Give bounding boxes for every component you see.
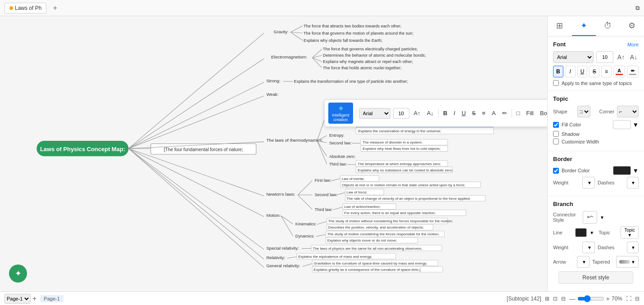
- font-more[interactable]: More: [627, 42, 639, 47]
- svg-text:Kinematics:: Kinematics:: [295, 222, 317, 226]
- add-page-btn[interactable]: +: [32, 295, 36, 303]
- window-controls: ⧉: [635, 4, 639, 12]
- svg-text:Third law:: Third law:: [315, 207, 332, 212]
- svg-text:The force that governs the mot: The force that governs the motion of pla…: [304, 31, 413, 36]
- customize-width-label: Customize Width: [562, 139, 599, 144]
- svg-text:The force that holds atomic nu: The force that holds atomic nuclei toget…: [323, 66, 402, 70]
- font-shrink-btn[interactable]: A↓: [425, 109, 435, 117]
- branch-line-dropdown[interactable]: ▼: [590, 230, 594, 235]
- apply-same-row: Apply to the same type of topics: [553, 80, 639, 86]
- underline-format-btn[interactable]: U: [577, 66, 588, 77]
- border-color-value[interactable]: [613, 166, 631, 175]
- dashes-label: Dashes: [598, 180, 624, 185]
- fill-color-dropdown[interactable]: ▼: [633, 121, 639, 128]
- svg-text:Dynamics:: Dynamics:: [295, 234, 315, 238]
- fill-color-swatch[interactable]: ✏: [627, 66, 639, 77]
- reset-style-btn[interactable]: Reset style: [558, 271, 633, 284]
- fullscreen-btn[interactable]: ⛶: [626, 296, 631, 302]
- svg-line-68: [333, 207, 343, 210]
- customize-width-checkbox[interactable]: [553, 139, 559, 144]
- align-format-btn[interactable]: ≡: [601, 66, 612, 77]
- arrow-swatch[interactable]: ▼: [577, 256, 590, 268]
- align-btn[interactable]: ≡: [480, 109, 487, 117]
- font-size-input[interactable]: [393, 108, 409, 119]
- italic-btn[interactable]: I: [452, 109, 457, 117]
- panel-font-select[interactable]: Arial: [553, 51, 594, 63]
- ai-creation-button[interactable]: ✦ Intelligent creation: [328, 103, 353, 124]
- float-toolbar: ✦ Intelligent creation Arial A↑ A↓ B I U…: [324, 99, 547, 127]
- dashes-swatch[interactable]: ▼: [627, 177, 639, 188]
- connector-style-dropdown[interactable]: ▼: [600, 215, 604, 220]
- apply-same-label: Apply to the same type of topics: [562, 81, 632, 86]
- shape-btn[interactable]: □: [515, 109, 522, 117]
- svg-line-99: [128, 148, 264, 267]
- fill-color-checkbox[interactable]: [553, 122, 559, 128]
- zoom-control: — + 70%: [569, 295, 622, 302]
- panel-font-shrink[interactable]: A↓: [629, 52, 639, 62]
- shape-select[interactable]: □ ○: [577, 106, 590, 117]
- panel-clock-btn[interactable]: ⏱: [596, 16, 620, 36]
- connector-style-btn[interactable]: ⬿: [583, 211, 597, 224]
- branch-weight-swatch[interactable]: ▼: [582, 242, 595, 253]
- fill-btn[interactable]: Fill: [524, 109, 535, 117]
- panel-toggle-btn[interactable]: ⊟: [635, 296, 639, 302]
- font-color-swatch[interactable]: A: [613, 66, 625, 77]
- gravity-label: Gravity:: [273, 29, 288, 34]
- toolbar-separator: [356, 109, 356, 118]
- panel-icon-row: ⊞ ✦ ⏱ ⚙: [548, 16, 644, 36]
- svg-text:Explains why magnets attract o: Explains why magnets attract or repel ea…: [323, 59, 413, 64]
- svg-line-52: [298, 180, 312, 195]
- fill-color-row: Fill Color ▼: [553, 120, 639, 129]
- border-color-dropdown[interactable]: ▼: [633, 167, 639, 174]
- panel-gear-btn[interactable]: ⚙: [620, 16, 644, 36]
- branch-weight-label: Weight: [553, 245, 580, 250]
- apply-same-checkbox[interactable]: [553, 80, 559, 86]
- branch-dashes-swatch[interactable]: ▼: [627, 242, 639, 253]
- fill-color-value[interactable]: [613, 120, 631, 129]
- arrow-row: Arrow ▼ Tapered ▼: [553, 256, 639, 268]
- add-tab-button[interactable]: +: [50, 3, 60, 13]
- bold-format-btn[interactable]: B: [553, 66, 563, 77]
- branch-topic-dropdown[interactable]: Topic ▼: [621, 226, 639, 239]
- svg-text:Weak:: Weak:: [266, 92, 278, 97]
- strike-format-btn[interactable]: S: [589, 66, 599, 77]
- svg-line-14: [128, 82, 264, 148]
- font-grow-btn[interactable]: A↑: [412, 109, 422, 117]
- border-section: Border Border Color ▼ Weight ▼ Dashes: [548, 151, 644, 196]
- underline-btn[interactable]: U: [460, 109, 467, 117]
- corner-select[interactable]: ⌐ ⌐: [617, 106, 639, 117]
- topic-title: Topic: [553, 95, 639, 102]
- branch-line-color[interactable]: [575, 228, 587, 237]
- border-btn[interactable]: Border: [538, 109, 547, 117]
- zoom-slider[interactable]: [577, 295, 604, 302]
- font-color-btn[interactable]: A: [490, 109, 498, 117]
- page-dropdown[interactable]: Page-1: [5, 294, 31, 304]
- canvas-area[interactable]: Laws of Physics Concept Map: [The four f…: [0, 16, 547, 292]
- font-family-select[interactable]: Arial: [359, 108, 390, 119]
- panel-grid-btn[interactable]: ⊞: [548, 16, 572, 36]
- highlight-btn[interactable]: ✏: [500, 109, 509, 117]
- panel-magic-btn[interactable]: ✦: [572, 16, 596, 36]
- zoom-out-btn[interactable]: —: [569, 295, 576, 302]
- strikethrough-btn[interactable]: S̶: [470, 109, 477, 117]
- svg-line-0: [290, 26, 303, 32]
- zoom-in-btn[interactable]: +: [606, 295, 610, 302]
- shadow-checkbox[interactable]: [553, 131, 559, 137]
- arrow-label: Arrow: [553, 259, 574, 265]
- weight-swatch[interactable]: ▼: [582, 177, 595, 188]
- font-section: Font More Arial A↑ A↓ B I U S ≡ A: [548, 36, 644, 91]
- panel-font-size[interactable]: [596, 51, 613, 63]
- italic-format-btn[interactable]: I: [565, 66, 576, 77]
- tapered-swatch[interactable]: ▼: [616, 256, 639, 268]
- border-color-checkbox[interactable]: [553, 168, 559, 174]
- bold-btn[interactable]: B: [441, 109, 449, 117]
- svg-line-82: [281, 215, 293, 236]
- ai-fab-button[interactable]: ✦: [9, 265, 27, 283]
- shadow-row: Shadow: [553, 131, 639, 137]
- app-tab[interactable]: Laws of Ph: [5, 3, 46, 13]
- svg-line-84: [316, 234, 326, 236]
- svg-text:For every action, there is an : For every action, there is an equal and …: [344, 211, 435, 215]
- panel-font-grow[interactable]: A↑: [616, 52, 626, 62]
- svg-text:Law of inertia;: Law of inertia;: [342, 177, 364, 181]
- svg-text:Entropy:: Entropy:: [329, 133, 345, 138]
